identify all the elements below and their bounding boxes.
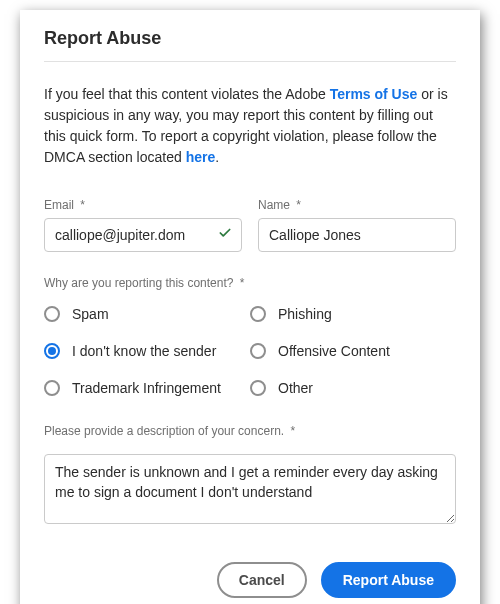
intro-pre: If you feel that this content violates t… (44, 86, 330, 102)
name-input[interactable] (258, 218, 456, 252)
required-asterisk: * (290, 424, 295, 438)
report-abuse-button[interactable]: Report Abuse (321, 562, 456, 598)
intro-text: If you feel that this content violates t… (44, 84, 456, 168)
radio-label: Phishing (278, 306, 332, 322)
radio-icon (250, 306, 266, 322)
reason-radio-offensive[interactable]: Offensive Content (250, 343, 456, 359)
email-label: Email * (44, 198, 242, 212)
radio-icon (44, 343, 60, 359)
reason-radio-spam[interactable]: Spam (44, 306, 250, 322)
radio-label: Trademark Infringement (72, 380, 221, 396)
required-asterisk: * (240, 276, 245, 290)
dmca-here-link[interactable]: here (186, 149, 216, 165)
radio-icon (44, 380, 60, 396)
fields-row: Email * Name * (44, 198, 456, 252)
radio-icon (44, 306, 60, 322)
radio-label: Spam (72, 306, 109, 322)
required-asterisk: * (80, 198, 85, 212)
reason-radio-trademark[interactable]: Trademark Infringement (44, 380, 250, 396)
required-asterisk: * (296, 198, 301, 212)
email-input-wrap (44, 218, 242, 252)
reason-radio-other[interactable]: Other (250, 380, 456, 396)
description-label: Please provide a description of your con… (44, 424, 456, 438)
name-label: Name * (258, 198, 456, 212)
reason-question-text: Why are you reporting this content? (44, 276, 233, 290)
name-label-text: Name (258, 198, 290, 212)
description-textarea[interactable] (44, 454, 456, 524)
button-row: Cancel Report Abuse (44, 562, 456, 598)
radio-label: Offensive Content (278, 343, 390, 359)
reason-question: Why are you reporting this content? * (44, 276, 456, 290)
name-field-group: Name * (258, 198, 456, 252)
reason-radio-group: Spam Phishing I don't know the sender Of… (44, 306, 456, 396)
dialog-title: Report Abuse (44, 28, 456, 62)
description-label-text: Please provide a description of your con… (44, 424, 284, 438)
radio-label: I don't know the sender (72, 343, 216, 359)
radio-label: Other (278, 380, 313, 396)
email-label-text: Email (44, 198, 74, 212)
radio-icon (250, 343, 266, 359)
terms-of-use-link[interactable]: Terms of Use (330, 86, 418, 102)
radio-icon (250, 380, 266, 396)
reason-radio-phishing[interactable]: Phishing (250, 306, 456, 322)
email-field-group: Email * (44, 198, 242, 252)
reason-radio-unknown-sender[interactable]: I don't know the sender (44, 343, 250, 359)
intro-end: . (215, 149, 219, 165)
email-input[interactable] (44, 218, 242, 252)
report-abuse-dialog: Report Abuse If you feel that this conte… (20, 10, 480, 604)
cancel-button[interactable]: Cancel (217, 562, 307, 598)
